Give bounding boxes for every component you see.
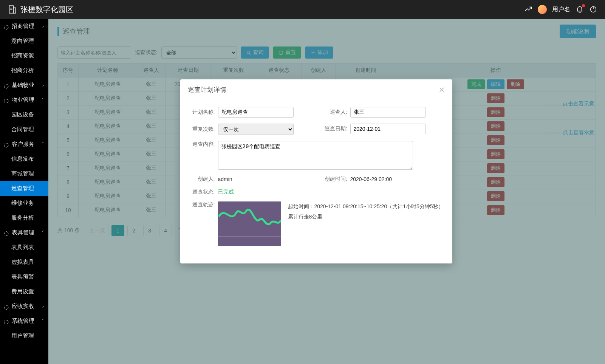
nav-parent-招商管理[interactable]: ◌招商管理› [0,19,48,34]
nav-child-表具列表[interactable]: 表具列表 [0,240,48,255]
nav-child-信息发布[interactable]: 信息发布 [0,152,48,166]
cog-icon: ◌ [4,97,9,103]
flag-icon: ◌ [4,23,9,29]
content-field[interactable]: 张槎园区20个配电房巡查 [218,141,413,170]
nav-child-服务分析[interactable]: 服务分析 [0,211,48,225]
building-icon [8,5,17,14]
app-title: 张槎数字化园区 [20,5,73,15]
repeat-select[interactable]: 仅一次 [218,124,294,135]
coin-icon: ◌ [4,304,9,309]
track-info: 起始时间：2020-12-01 09:20:15~10:25:20（共计1小时5… [288,201,444,221]
nav-child-招商分析[interactable]: 招商分析 [0,63,48,78]
nav-child-园区设备[interactable]: 园区设备 [0,107,48,122]
nav-child-用户管理[interactable]: 用户管理 [0,328,48,343]
bell-icon[interactable] [576,5,584,14]
stats-icon[interactable] [524,5,532,14]
nav-parent-基础物业[interactable]: ◌基础物业› [0,78,48,93]
home-icon: ◌ [4,82,9,88]
nav-child-巡查管理[interactable]: 巡查管理 [0,181,48,196]
nav-child-意向管理[interactable]: 意向管理 [0,34,48,48]
status-value: 已完成 [218,189,234,195]
nav-child-商城管理[interactable]: 商城管理 [0,166,48,181]
nav-parent-客户服务[interactable]: ◌客户服务˅ [0,137,48,152]
track-thumbnail[interactable] [218,201,281,246]
person-field[interactable] [350,107,426,118]
nav-parent-物业管理[interactable]: ◌物业管理˅ [0,93,48,107]
nav-child-虚拟表具[interactable]: 虚拟表具 [0,255,48,270]
nav-child-合同管理[interactable]: 合同管理 [0,122,48,137]
nav-parent-应收实收[interactable]: ◌应收实收› [0,299,48,314]
svg-rect-1 [13,8,15,13]
avatar[interactable] [538,5,547,14]
detail-modal: 巡查计划详情 × 计划名称: 巡查人: 重复次数:仅一次 巡查日期: 巡查内容:… [180,79,452,263]
svg-rect-11 [218,201,281,246]
ctime-value: 2020-06-29 02:00 [350,176,392,182]
close-icon[interactable]: × [439,85,444,94]
nav-child-招商资源[interactable]: 招商资源 [0,48,48,63]
app-logo: 张槎数字化园区 [8,5,73,15]
nav-child-费用设置[interactable]: 费用设置 [0,284,48,299]
nav-parent-表具管理[interactable]: ◌表具管理˅ [0,225,48,240]
sys-icon: ◌ [4,318,9,324]
date-field[interactable] [350,124,426,134]
nav-child-表具预警[interactable]: 表具预警 [0,270,48,284]
topbar: 张槎数字化园区 用户名 [0,0,605,19]
username[interactable]: 用户名 [552,6,570,14]
modal-title: 巡查计划详情 [188,85,226,94]
nav-child-维修业务[interactable]: 维修业务 [0,196,48,211]
track-path-icon [218,201,281,246]
sidebar: ◌招商管理›意向管理招商资源招商分析◌基础物业›◌物业管理˅园区设备合同管理◌客… [0,19,48,364]
plan-name-field[interactable] [218,107,294,118]
power-icon[interactable] [589,5,597,14]
nav-parent-系统管理[interactable]: ◌系统管理˅ [0,314,48,328]
meter-icon: ◌ [4,230,9,235]
creator-value: admin [218,176,232,182]
user-icon: ◌ [4,141,9,147]
